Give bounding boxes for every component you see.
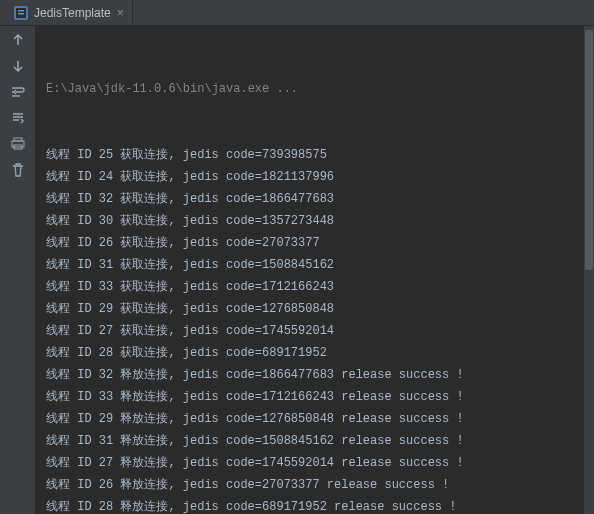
scroll-to-end-icon[interactable] bbox=[10, 110, 26, 126]
tab-bar: JedisTemplate × bbox=[0, 0, 594, 26]
console-output[interactable]: E:\Java\jdk-11.0.6\bin\java.exe ... 线程 I… bbox=[36, 26, 594, 514]
output-line: 线程 ID 29 获取连接, jedis code=1276850848 bbox=[46, 298, 584, 320]
svg-rect-3 bbox=[18, 13, 24, 15]
scroll-thumb[interactable] bbox=[585, 30, 593, 270]
output-line: 线程 ID 32 释放连接, jedis code=1866477683 rel… bbox=[46, 364, 584, 386]
command-line: E:\Java\jdk-11.0.6\bin\java.exe ... bbox=[46, 78, 584, 100]
output-line: 线程 ID 32 获取连接, jedis code=1866477683 bbox=[46, 188, 584, 210]
output-line: 线程 ID 24 获取连接, jedis code=1821137996 bbox=[46, 166, 584, 188]
output-line: 线程 ID 31 释放连接, jedis code=1508845162 rel… bbox=[46, 430, 584, 452]
output-line: 线程 ID 29 释放连接, jedis code=1276850848 rel… bbox=[46, 408, 584, 430]
output-line: 线程 ID 26 获取连接, jedis code=27073377 bbox=[46, 232, 584, 254]
console-body: E:\Java\jdk-11.0.6\bin\java.exe ... 线程 I… bbox=[0, 26, 594, 514]
arrow-up-icon[interactable] bbox=[10, 32, 26, 48]
java-class-icon bbox=[14, 6, 28, 20]
arrow-down-icon[interactable] bbox=[10, 58, 26, 74]
close-icon[interactable]: × bbox=[117, 6, 124, 20]
tab-jedistemplate[interactable]: JedisTemplate × bbox=[6, 0, 133, 25]
print-icon[interactable] bbox=[10, 136, 26, 152]
trash-icon[interactable] bbox=[10, 162, 26, 178]
output-line: 线程 ID 31 获取连接, jedis code=1508845162 bbox=[46, 254, 584, 276]
output-line: 线程 ID 27 释放连接, jedis code=1745592014 rel… bbox=[46, 452, 584, 474]
run-tool-window: JedisTemplate × E:\Jav bbox=[0, 0, 594, 514]
vertical-scrollbar[interactable] bbox=[584, 26, 594, 514]
output-line: 线程 ID 33 获取连接, jedis code=1712166243 bbox=[46, 276, 584, 298]
output-line: 线程 ID 26 释放连接, jedis code=27073377 relea… bbox=[46, 474, 584, 496]
output-line: 线程 ID 28 获取连接, jedis code=689171952 bbox=[46, 342, 584, 364]
output-line: 线程 ID 28 释放连接, jedis code=689171952 rele… bbox=[46, 496, 584, 514]
output-line: 线程 ID 33 释放连接, jedis code=1712166243 rel… bbox=[46, 386, 584, 408]
output-line: 线程 ID 27 获取连接, jedis code=1745592014 bbox=[46, 320, 584, 342]
output-line: 线程 ID 25 获取连接, jedis code=739398575 bbox=[46, 144, 584, 166]
tab-title: JedisTemplate bbox=[34, 6, 111, 20]
svg-rect-2 bbox=[18, 10, 24, 12]
output-lines: 线程 ID 25 获取连接, jedis code=739398575线程 ID… bbox=[46, 144, 584, 514]
soft-wrap-icon[interactable] bbox=[10, 84, 26, 100]
output-line: 线程 ID 30 获取连接, jedis code=1357273448 bbox=[46, 210, 584, 232]
gutter bbox=[0, 26, 36, 514]
